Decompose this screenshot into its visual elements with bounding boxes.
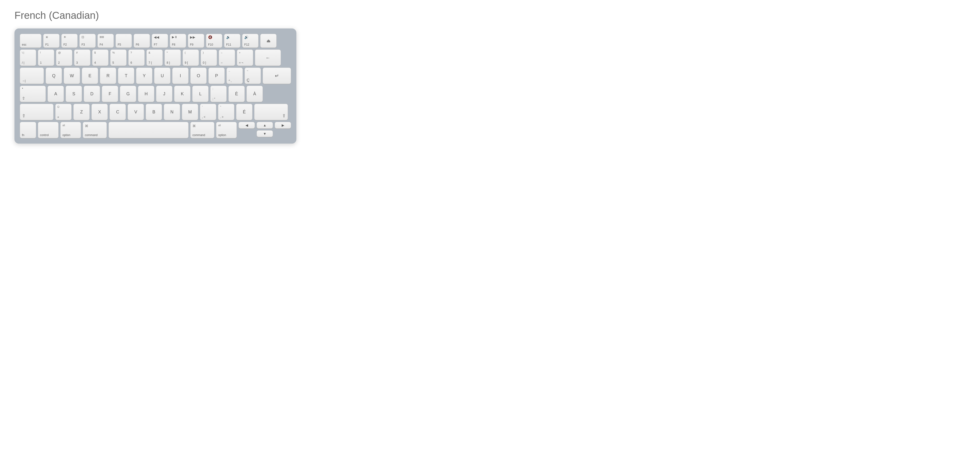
arrow-down-icon: ▼ [263,132,266,136]
key6-top: ? [130,51,132,54]
key-f11[interactable]: 🔉 F11 [224,34,240,48]
key-equal[interactable]: + = ¬ [237,49,253,66]
key-esc[interactable]: esc [20,34,41,48]
key-ccedilla[interactable]: ~ Ç [245,67,261,84]
bottom-row: fn control alt option ⌘ command ⌘ comman… [20,122,291,138]
key-period[interactable]: " . > [218,104,234,120]
key-backspace[interactable]: ← [255,49,281,66]
u-label: U [161,73,164,78]
key-caps[interactable]: ● ⇧ [20,86,46,102]
key-a[interactable]: A [48,86,64,102]
key-z[interactable]: Z [73,104,90,120]
key-p[interactable]: P [208,67,225,84]
key-return[interactable]: ↵ [262,67,291,84]
key-h[interactable]: H [138,86,154,102]
key-backslash[interactable]: \ | / | [20,49,36,66]
key-5[interactable]: % 5 [110,49,127,66]
key-control[interactable]: control [38,122,59,138]
key-f12[interactable]: 🔊 F12 [242,34,258,48]
key-0[interactable]: ) 0 ] [200,49,217,66]
semicolon-top: : [212,87,213,90]
ugrave-bottom: « [57,116,59,118]
key-arrow-left[interactable]: ◀ [239,122,255,129]
f3-label: F3 [81,43,85,46]
key-shift-left[interactable]: ⇧ [20,104,54,120]
key-fn[interactable]: fn [20,122,36,138]
key-space[interactable] [108,122,189,138]
backspace-icon: ← [266,55,270,61]
key9-bottom: 9 [ [185,61,188,64]
key-f8[interactable]: ▶⏸ F8 [170,34,186,48]
key-f4[interactable]: ⊞⊞ F4 [97,34,114,48]
f1-label: F1 [45,43,49,46]
f12-icon: 🔊 [244,35,248,39]
key-e[interactable]: E [82,67,98,84]
key-s[interactable]: S [65,86,82,102]
key-x[interactable]: X [91,104,108,120]
key-r[interactable]: R [100,67,116,84]
key-o[interactable]: O [190,67,207,84]
key-b[interactable]: B [146,104,162,120]
key-q[interactable]: Q [46,67,62,84]
bracket-top: .. [229,69,230,72]
key-t[interactable]: T [118,67,134,84]
key-k[interactable]: K [174,86,191,102]
key-f3[interactable]: ⊡ F3 [80,34,96,48]
key-v[interactable]: V [127,104,144,120]
key-arrow-down[interactable]: ▼ [256,130,273,137]
key-egrave[interactable]: È [228,86,245,102]
backslash-bottom: / | [22,61,24,64]
key-arrow-right[interactable]: ▶ [275,122,291,129]
key-g[interactable]: G [120,86,136,102]
key-eject[interactable]: ⏏ [260,34,277,48]
key-u[interactable]: U [154,67,170,84]
key-ugrave[interactable]: Ù « [55,104,72,120]
key-f10[interactable]: 🔇 F10 [206,34,222,48]
key-9[interactable]: ( 9 [ [183,49,199,66]
key-arrow-up[interactable]: ▲ [256,122,273,129]
key-f5[interactable]: F5 [116,34,132,48]
key-d[interactable]: D [84,86,100,102]
alt-right-bottom: option [218,134,226,137]
f9-icon: ▶▶ [190,35,195,39]
key-i[interactable]: I [172,67,189,84]
key-alt-right[interactable]: alt option [216,122,237,138]
key-semicolon[interactable]: : ; ° [210,86,227,102]
key-3[interactable]: # 3 [74,49,91,66]
key-2[interactable]: @ 2 [56,49,72,66]
key-command-left[interactable]: ⌘ command [83,122,107,138]
key-j[interactable]: J [156,86,172,102]
key-7[interactable]: & 7 { [146,49,163,66]
key-f6[interactable]: F6 [134,34,150,48]
key-4[interactable]: $ 4 [92,49,108,66]
key-f2[interactable]: ☀ F2 [61,34,78,48]
key-f[interactable]: F [102,86,118,102]
key-l[interactable]: L [192,86,208,102]
key-f9[interactable]: ▶▶ F9 [188,34,204,48]
key-f1[interactable]: ☀ F1 [43,34,60,48]
key-shift-right[interactable]: ⇧ [254,104,288,120]
key-comma[interactable]: ' , < [200,104,216,120]
s-label: S [72,92,75,96]
key-w[interactable]: W [64,67,80,84]
key-agrave[interactable]: À [247,86,263,102]
key-eacute[interactable]: É [236,104,253,120]
keyboard: esc ☀ F1 ☀ F2 ⊡ F3 ⊞⊞ F4 F5 F6 [20,34,291,138]
key-n[interactable]: N [164,104,180,120]
key-m[interactable]: M [182,104,198,120]
arrow-down-row: ▼ [239,130,291,137]
key-6[interactable]: ? 6 [128,49,145,66]
equal-top: + [239,51,240,54]
key-f7[interactable]: ◀◀ F7 [152,34,168,48]
key-command-right[interactable]: ⌘ command [190,122,215,138]
key-minus[interactable]: – – [219,49,235,66]
p-label: P [215,73,218,78]
key-8[interactable]: * 8 } [164,49,181,66]
key-alt-left[interactable]: alt option [60,122,81,138]
key-tab[interactable]: →| [20,67,44,84]
key-c[interactable]: C [110,104,126,120]
key-y[interactable]: Y [136,67,153,84]
key-bracket[interactable]: .. ^ , [226,67,243,84]
esc-label: esc [22,43,27,46]
key-1[interactable]: ! 1 [38,49,54,66]
